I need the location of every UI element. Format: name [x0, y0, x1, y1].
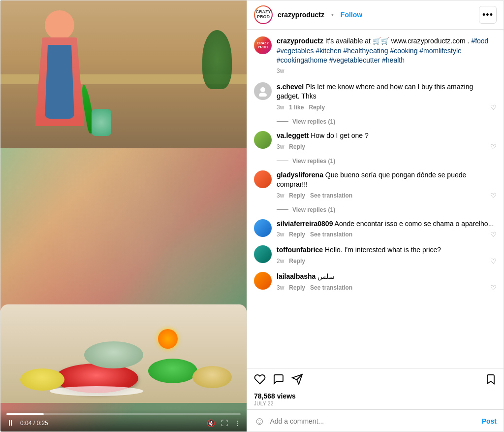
- view-replies-2[interactable]: View replies (1): [277, 158, 497, 165]
- caption-block: CRAZYPROD crazyproductz It's available a…: [254, 36, 497, 74]
- header-username: crazyproductz: [278, 11, 324, 19]
- comment-reply-button-6[interactable]: Reply: [289, 284, 305, 291]
- comment-reply-button-1[interactable]: Reply: [309, 104, 325, 111]
- comment-block-6: lailaalbasha سلس 3w Reply See translatio…: [254, 272, 497, 292]
- comment-time-6: 3w: [277, 284, 284, 291]
- comments-panel: CRAZYPROD crazyproductz • Follow ••• CRA…: [247, 0, 504, 432]
- progress-bar-fill: [6, 413, 44, 415]
- comment-meta-6: 3w Reply See translation ♡: [277, 284, 497, 292]
- comment-text-6: lailaalbasha سلس: [277, 272, 497, 282]
- caption-meta: 3w: [277, 67, 497, 74]
- video-controls: ⏸ 0:04 / 0:25 🔇 ⛶ ⋮: [0, 409, 247, 432]
- share-button[interactable]: [291, 373, 303, 388]
- comment-time-4: 3w: [277, 231, 284, 238]
- comment-meta-5: 2w Reply ♡: [277, 257, 497, 265]
- add-comment-input[interactable]: [270, 417, 476, 425]
- comment-username-5: toffounfabrice: [277, 246, 323, 254]
- comment-heart-4[interactable]: ♡: [490, 231, 497, 238]
- caption-username: crazyproductz: [277, 37, 323, 45]
- comment-avatar-3: [254, 170, 272, 188]
- see-translation-button-3[interactable]: See translation: [310, 192, 352, 199]
- comment-reply-button-2[interactable]: Reply: [289, 143, 305, 150]
- comment-username-4: silviaferreira0809: [277, 220, 333, 228]
- header-avatar-inner: CRAZYPROD: [255, 6, 272, 23]
- comment-block-5: toffounfabrice Hello. I'm interested wha…: [254, 245, 497, 265]
- add-comment-bar: ☺ Post: [247, 409, 504, 432]
- comment-text-1: s.chevel Pls let me know where and how c…: [277, 82, 497, 101]
- caption-avatar: CRAZYPROD: [254, 36, 272, 54]
- see-translation-button-4[interactable]: See translation: [310, 231, 352, 238]
- caption-text: crazyproductz It's available at 🛒🛒 www.c…: [277, 36, 497, 66]
- comment-text-5: toffounfabrice Hello. I'm interested wha…: [277, 245, 497, 255]
- comment-body-5: toffounfabrice Hello. I'm interested wha…: [277, 245, 497, 265]
- more-dots-icon: •••: [482, 10, 493, 20]
- comment-username-3: gladysliforena: [277, 171, 323, 179]
- comment-text-3: gladysliforena Que bueno sería que ponga…: [277, 170, 497, 190]
- comment-heart-1[interactable]: ♡: [490, 103, 497, 111]
- pause-button[interactable]: ⏸: [6, 419, 14, 428]
- emoji-button[interactable]: ☺: [254, 415, 265, 428]
- header-dot: •: [331, 11, 334, 19]
- bookmark-button[interactable]: [485, 373, 497, 388]
- comment-avatar-5: [254, 245, 272, 263]
- view-replies-line-1: [277, 121, 288, 122]
- comment-body-2: va.leggett How do I get one ? 3w Reply ♡: [277, 131, 497, 151]
- comment-username-6: lailaalbasha: [277, 272, 315, 280]
- comment-button[interactable]: [273, 373, 284, 388]
- comment-avatar-2: [254, 131, 272, 149]
- comment-block-3: gladysliforena Que bueno sería que ponga…: [254, 170, 497, 199]
- comment-block-2: va.leggett How do I get one ? 3w Reply ♡: [254, 131, 497, 151]
- comment-time-3: 3w: [277, 192, 284, 199]
- comment-meta-4: 3w Reply See translation ♡: [277, 231, 497, 238]
- comment-block: s.chevel Pls let me know where and how c…: [254, 82, 497, 111]
- like-button[interactable]: [254, 373, 266, 388]
- progress-bar[interactable]: [6, 413, 241, 415]
- comment-avatar-6: [254, 272, 272, 290]
- comment-body-6: lailaalbasha سلس 3w Reply See translatio…: [277, 272, 497, 292]
- comment-heart-6[interactable]: ♡: [490, 284, 497, 292]
- post-header: CRAZYPROD crazyproductz • Follow •••: [247, 0, 504, 30]
- comment-reply-button-5[interactable]: Reply: [289, 258, 305, 265]
- comment-block-4: silviaferreira0809 Aonde encontar isso e…: [254, 219, 497, 239]
- comment-meta-3: 3w Reply See translation ♡: [277, 192, 497, 199]
- view-replies-1[interactable]: View replies (1): [277, 118, 497, 125]
- more-options-icon[interactable]: ⋮: [234, 419, 241, 427]
- more-button[interactable]: •••: [479, 6, 497, 24]
- video-thumbnail: [0, 0, 247, 432]
- comments-scroll[interactable]: CRAZYPROD crazyproductz It's available a…: [247, 30, 504, 368]
- header-avatar: CRAZYPROD: [254, 5, 273, 24]
- view-replies-text-1: View replies (1): [292, 118, 335, 125]
- comment-heart-3[interactable]: ♡: [490, 192, 497, 199]
- comment-reply-button-3[interactable]: Reply: [289, 192, 305, 199]
- comment-body-1: s.chevel Pls let me know where and how c…: [277, 82, 497, 111]
- actions-bar: 78,568 views JULY 22: [247, 368, 504, 409]
- comment-body-3: gladysliforena Que bueno sería que ponga…: [277, 170, 497, 199]
- comment-time-2: 3w: [277, 143, 284, 150]
- comment-text-2: va.leggett How do I get one ?: [277, 131, 497, 141]
- comment-time-5: 2w: [277, 258, 284, 265]
- time-total: 0:25: [36, 420, 48, 427]
- comment-meta-2: 3w Reply ♡: [277, 143, 497, 151]
- follow-button[interactable]: Follow: [341, 11, 362, 19]
- comment-heart-2[interactable]: ♡: [490, 143, 497, 151]
- action-icons-row: [254, 373, 497, 388]
- view-replies-text-2: View replies (1): [292, 158, 335, 165]
- comment-time-1: 3w: [277, 104, 284, 111]
- comment-heart-5[interactable]: ♡: [490, 257, 497, 265]
- time-current: 0:04: [20, 420, 32, 427]
- comment-reply-button-4[interactable]: Reply: [289, 231, 305, 238]
- caption-time: 3w: [277, 67, 284, 74]
- post-container: ⏸ 0:04 / 0:25 🔇 ⛶ ⋮ CRAZYPROD: [0, 0, 504, 432]
- comment-meta-1: 3w 1 like Reply ♡: [277, 103, 497, 111]
- comment-avatar-1: [254, 82, 272, 100]
- svg-point-0: [260, 87, 265, 92]
- post-date: JULY 22: [254, 401, 497, 406]
- post-comment-button[interactable]: Post: [482, 417, 497, 425]
- mute-icon[interactable]: 🔇: [207, 419, 215, 427]
- see-translation-button-6[interactable]: See translation: [310, 284, 352, 291]
- views-count: 78,568 views: [254, 392, 497, 400]
- time-display: 0:04 / 0:25: [20, 420, 48, 427]
- fullscreen-icon[interactable]: ⛶: [221, 419, 228, 427]
- comment-username-2: va.leggett: [277, 132, 309, 139]
- view-replies-3[interactable]: View replies (1): [277, 206, 497, 213]
